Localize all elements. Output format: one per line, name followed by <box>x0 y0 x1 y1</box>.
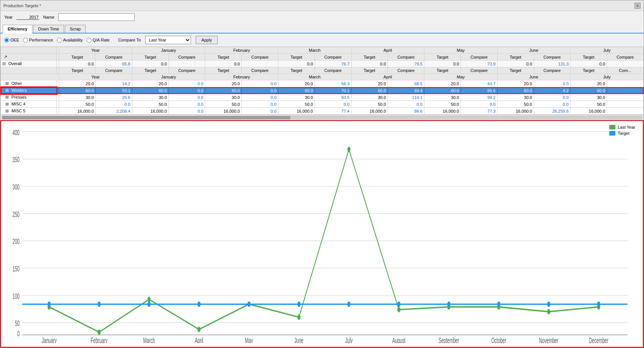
col-jul-compare-h: Compare <box>607 54 644 61</box>
col-may-target-h: Target <box>424 54 461 61</box>
radio-oee[interactable]: OEE <box>4 38 19 43</box>
close-button[interactable]: × <box>634 3 641 9</box>
svg-text:350: 350 <box>13 156 20 164</box>
overall-mar-compare: 76.7 <box>315 61 351 67</box>
svg-point-53 <box>547 302 550 307</box>
scrollbar-thumb[interactable] <box>2 116 290 119</box>
svg-point-46 <box>198 302 201 307</box>
table-header-row: Year January February March April May Ju… <box>1 47 644 54</box>
col-may-compare-h: Compare <box>461 54 497 61</box>
col-jan-compare-h: Compare <box>169 54 205 61</box>
overall-apr-compare: 79.5 <box>388 61 424 67</box>
overall-year-compare: 65.8 <box>96 61 132 67</box>
svg-text:300: 300 <box>13 183 20 191</box>
radio-availability[interactable]: Availability <box>57 38 83 43</box>
col-may-header: May <box>424 47 498 54</box>
svg-point-51 <box>447 302 450 307</box>
table-row-misc4[interactable]: ⊞ MISC 4 50.0 0.0 50.0 0.0 50.0 0.0 50.0… <box>1 101 644 108</box>
table-row-welders[interactable]: ⊞ Welders 60.0 53.1 60.0 0.0 60.0 0.0 60… <box>1 87 644 94</box>
svg-text:0: 0 <box>17 330 19 338</box>
col-jul-header: July <box>570 47 644 54</box>
metric-radio-group: OEE Performance Availability Q/A Rate <box>4 38 110 43</box>
col-year-compare-h: Compare <box>96 54 132 61</box>
svg-text:March: March <box>143 337 155 343</box>
svg-point-37 <box>397 307 400 312</box>
controls-bar: OEE Performance Availability Q/A Rate Co… <box>0 34 644 47</box>
group-header-row: TargetCompare TargetCompare TargetCompar… <box>1 67 644 74</box>
col-feb-compare-h: Compare <box>242 54 278 61</box>
compare-to-label: Compare To <box>118 38 141 42</box>
tab-downtime[interactable]: Down Time <box>33 25 64 33</box>
col-jun-target-h: Target <box>497 54 534 61</box>
data-table: Year January February March April May Ju… <box>0 47 644 115</box>
col-jan-target-h: Target <box>132 54 169 61</box>
radio-qarate[interactable]: Q/A Rate <box>87 38 110 43</box>
svg-text:June: June <box>294 337 304 343</box>
col-jan-header: January <box>132 47 205 54</box>
overall-may-compare: 73.9 <box>461 61 497 67</box>
tab-efficiency[interactable]: Efficiency <box>3 25 32 34</box>
svg-text:February: February <box>91 337 108 343</box>
svg-text:January: January <box>42 337 56 343</box>
name-label: Name <box>43 15 54 19</box>
col-year-header: Year <box>59 47 132 54</box>
col-mar-target-h: Target <box>278 54 315 61</box>
svg-text:July: July <box>345 337 353 343</box>
overall-feb-target: 0.0 <box>205 61 242 67</box>
svg-text:December: December <box>589 337 609 343</box>
svg-point-49 <box>347 302 350 307</box>
table-row-other[interactable]: ⊞ Other 20.0 14.2 20.0 0.0 20.0 0.0 20.0… <box>1 80 644 87</box>
apply-button[interactable]: Apply <box>196 36 218 44</box>
year-input[interactable] <box>16 15 39 20</box>
table-row-presses[interactable]: ⊞ Presses 30.0 25.6 30.0 0.0 30.0 0.0 30… <box>1 94 644 101</box>
svg-text:200: 200 <box>13 238 20 246</box>
col-mar-header: March <box>278 47 352 54</box>
svg-point-32 <box>148 297 151 302</box>
col-apr-target-h: Target <box>351 54 388 61</box>
col-jun-header: June <box>497 47 570 54</box>
chart-section: Last Year Target 400 350 300 250 200 <box>0 120 644 348</box>
svg-point-40 <box>547 309 550 314</box>
overall-mar-target: 0.0 <box>278 61 315 67</box>
col-jul-target-h: Target <box>570 54 607 61</box>
svg-point-33 <box>198 327 201 332</box>
svg-text:May: May <box>245 337 253 343</box>
svg-text:150: 150 <box>13 265 20 273</box>
svg-point-52 <box>497 302 500 307</box>
col-label-subheader: ↗ <box>1 54 57 61</box>
table-row-misc5[interactable]: ⊞ MISC 5 16,000.0 2,208.4 16,000.0 0.0 1… <box>1 108 644 115</box>
overall-jun-compare: 131.3 <box>534 61 570 67</box>
svg-text:October: October <box>491 337 506 343</box>
chart-svg: 400 350 300 250 200 150 100 50 0 <box>5 125 639 343</box>
horizontal-scrollbar[interactable] <box>0 115 644 120</box>
overall-expand[interactable]: ⊟ Overall <box>1 61 57 67</box>
svg-text:November: November <box>539 337 559 343</box>
svg-point-36 <box>347 147 350 152</box>
group-year-header-row: Year January February March April May Ju… <box>1 74 644 80</box>
tab-scrap[interactable]: Scrap <box>65 25 86 33</box>
svg-text:April: April <box>195 337 203 343</box>
radio-performance[interactable]: Performance <box>23 38 53 43</box>
table-row-overall: ⊟ Overall 0.0 65.8 0.0 0.0 0.0 76.7 <box>1 61 644 67</box>
name-input[interactable] <box>58 13 135 21</box>
svg-text:September: September <box>438 337 459 343</box>
overall-apr-target: 0.0 <box>351 61 388 67</box>
overall-jan-target: 0.0 <box>132 61 169 67</box>
scrollbar-track[interactable] <box>2 116 642 120</box>
year-label: Year <box>4 15 13 19</box>
compare-to-select[interactable]: Last Year Budget None <box>145 36 191 44</box>
window-title: Production Targets * <box>3 3 41 8</box>
svg-point-50 <box>397 302 400 307</box>
legend-target-color <box>609 131 615 136</box>
svg-point-31 <box>98 329 101 335</box>
col-mar-compare-h: Compare <box>315 54 351 61</box>
svg-point-43 <box>48 302 51 307</box>
header-area: Year Name <box>0 11 644 23</box>
col-apr-header: April <box>351 47 424 54</box>
svg-point-35 <box>297 314 300 320</box>
svg-text:50: 50 <box>15 319 19 327</box>
overall-jul-target: 0.0 <box>570 61 607 67</box>
col-jun-compare-h: Compare <box>534 54 570 61</box>
svg-text:400: 400 <box>13 129 20 137</box>
table-subheader-row: ↗ Target Compare Target Compare Target C… <box>1 54 644 61</box>
